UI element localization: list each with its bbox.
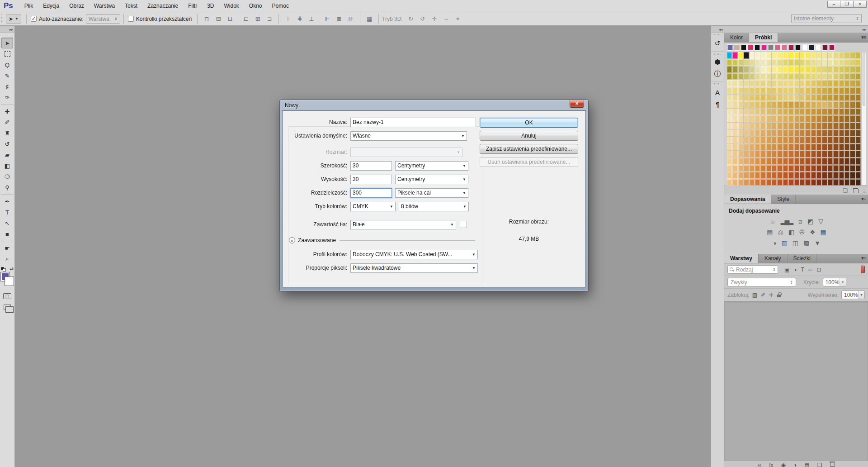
color-swatch[interactable]	[828, 130, 833, 137]
color-swatch[interactable]	[788, 66, 793, 73]
color-swatch[interactable]	[844, 95, 849, 101]
color-swatch[interactable]	[777, 115, 782, 122]
color-swatch[interactable]	[850, 137, 855, 143]
color-swatch[interactable]	[811, 95, 816, 101]
color-swatch[interactable]	[856, 158, 861, 165]
new-group-icon[interactable]: ▤	[804, 461, 809, 467]
color-swatch[interactable]	[766, 158, 771, 165]
color-swatch[interactable]	[844, 165, 849, 172]
3d-roll-icon[interactable]: ↺	[417, 14, 428, 24]
color-swatch[interactable]	[766, 73, 771, 80]
filter-type-layers-icon[interactable]: T	[801, 266, 804, 274]
color-swatch[interactable]	[777, 87, 782, 94]
blend-mode-dropdown[interactable]: Zwykły ⇕	[727, 278, 796, 286]
color-swatch[interactable]	[816, 123, 821, 129]
color-swatch[interactable]	[808, 44, 815, 51]
color-swatch[interactable]	[828, 123, 833, 129]
color-swatch[interactable]	[805, 52, 810, 59]
color-swatch[interactable]	[850, 123, 855, 129]
color-swatch[interactable]	[760, 144, 765, 151]
screen-mode-button[interactable]	[4, 305, 11, 310]
color-swatch[interactable]	[800, 109, 805, 115]
bit-depth-dropdown[interactable]: 8 bitów▼	[399, 202, 469, 211]
color-swatch[interactable]	[795, 44, 801, 51]
color-swatch[interactable]	[727, 59, 732, 66]
color-swatch[interactable]	[732, 123, 737, 129]
color-swatch[interactable]	[833, 151, 838, 157]
tab-warstwy[interactable]: Warstwy	[724, 254, 759, 263]
align-vertical-centers-icon[interactable]: ⊟	[213, 14, 224, 24]
color-swatch[interactable]	[833, 73, 838, 80]
color-swatch[interactable]	[850, 179, 855, 186]
color-swatch[interactable]	[794, 109, 799, 115]
color-swatch[interactable]	[766, 52, 771, 59]
color-swatch[interactable]	[744, 158, 749, 165]
color-swatch[interactable]	[783, 165, 788, 172]
color-swatch[interactable]	[750, 87, 755, 94]
character-panel-icon[interactable]: A	[711, 86, 724, 98]
color-swatch[interactable]	[777, 73, 782, 80]
eyedropper-tool[interactable]: ✑	[1, 92, 13, 103]
color-swatch[interactable]	[783, 123, 788, 129]
color-swatch[interactable]	[850, 52, 855, 59]
color-swatch[interactable]	[856, 66, 861, 73]
color-swatch[interactable]	[755, 165, 760, 172]
color-swatch[interactable]	[856, 101, 861, 108]
color-swatch[interactable]	[772, 101, 777, 108]
color-swatch[interactable]	[772, 144, 777, 151]
color-swatch[interactable]	[783, 95, 788, 101]
color-swatch[interactable]	[816, 73, 821, 80]
color-swatch[interactable]	[800, 172, 805, 179]
photo-filter-icon[interactable]: ✇	[799, 229, 804, 236]
color-swatch[interactable]	[750, 52, 755, 59]
color-swatch[interactable]	[839, 123, 844, 129]
color-swatch[interactable]	[794, 144, 799, 151]
color-swatch[interactable]	[772, 80, 777, 87]
posterize-icon[interactable]: ▥	[781, 239, 786, 247]
color-swatch[interactable]	[755, 137, 760, 143]
color-swatch[interactable]	[738, 73, 743, 80]
color-swatch[interactable]	[727, 130, 732, 137]
color-swatch[interactable]	[833, 66, 838, 73]
color-swatch[interactable]	[833, 87, 838, 94]
color-swatch[interactable]	[738, 172, 743, 179]
color-swatch[interactable]	[794, 87, 799, 94]
background-color-chip[interactable]	[460, 221, 467, 228]
color-swatch[interactable]	[856, 73, 861, 80]
color-swatch[interactable]	[744, 95, 749, 101]
color-swatch[interactable]	[800, 95, 805, 101]
color-swatch[interactable]	[794, 151, 799, 157]
color-swatch[interactable]	[760, 66, 765, 73]
color-swatch[interactable]	[760, 151, 765, 157]
color-swatch[interactable]	[833, 109, 838, 115]
color-swatch[interactable]	[850, 95, 855, 101]
color-swatch[interactable]	[839, 144, 844, 151]
color-swatch[interactable]	[829, 44, 835, 51]
color-swatch[interactable]	[828, 109, 833, 115]
color-swatch[interactable]	[828, 165, 833, 172]
color-swatch[interactable]	[734, 44, 740, 51]
color-swatch[interactable]	[727, 172, 732, 179]
ok-button[interactable]: OK	[480, 118, 578, 128]
color-swatch[interactable]	[828, 144, 833, 151]
color-swatch[interactable]	[788, 158, 793, 165]
color-swatch[interactable]	[755, 115, 760, 122]
restore-button[interactable]: ❐	[840, 1, 854, 8]
color-swatch[interactable]	[755, 144, 760, 151]
color-swatch[interactable]	[805, 165, 810, 172]
color-swatch[interactable]	[839, 52, 844, 59]
color-swatch[interactable]	[772, 137, 777, 143]
color-swatch[interactable]	[856, 130, 861, 137]
color-swatch[interactable]	[777, 123, 782, 129]
lock-all-icon[interactable]	[777, 292, 781, 297]
3d-slide-icon[interactable]: ⇔	[441, 14, 452, 24]
color-swatch[interactable]	[844, 137, 849, 143]
color-swatch[interactable]	[727, 73, 732, 80]
color-profile-dropdown[interactable]: Roboczy CMYK: U.S. Web Coated (SW...▼	[350, 250, 478, 259]
align-right-edges-icon[interactable]: ⊐	[264, 14, 275, 24]
tab-kanały[interactable]: Kanały	[759, 254, 788, 263]
color-swatch[interactable]	[805, 66, 810, 73]
color-swatch[interactable]	[732, 165, 737, 172]
color-swatch[interactable]	[794, 158, 799, 165]
width-input[interactable]: 30	[350, 161, 392, 171]
